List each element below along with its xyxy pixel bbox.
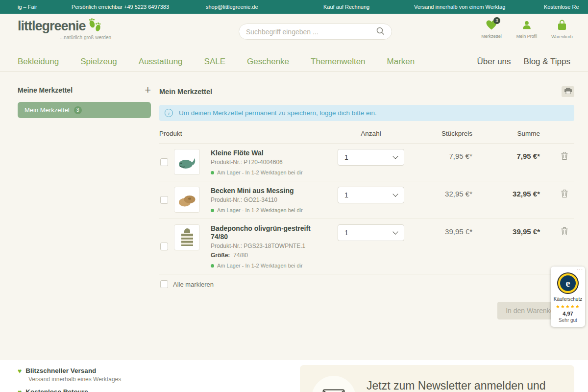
cart-icon — [557, 20, 567, 33]
total-price: 32,95 €* — [486, 187, 555, 198]
trust-badge-menu-icon[interactable]: ··· — [577, 267, 583, 272]
topbar-usp-3: Versand innerhalb von einem Werktag — [414, 0, 505, 14]
header: littlegreenie ...natürlich groß werden 3 — [0, 14, 588, 52]
product-image-poncho[interactable] — [174, 224, 200, 250]
nav-item-blog-tipps[interactable]: Blog & Tipps — [524, 57, 570, 67]
nav-categories: Bekleidung Spielzeug Ausstattung SALE Ge… — [18, 57, 415, 67]
total-price: 7,95 €* — [486, 149, 555, 160]
unit-price: 7,95 €* — [417, 149, 486, 160]
delete-item-button[interactable] — [555, 224, 574, 235]
product-sku: Produkt-Nr.: GO21-34110 — [211, 196, 324, 203]
main-nav: Bekleidung Spielzeug Ausstattung SALE Ge… — [0, 52, 588, 72]
quantity-select[interactable]: 1 — [338, 149, 404, 166]
product-name[interactable]: Badeponcho olivgrün-gestreift 74/80 — [211, 224, 324, 241]
sidebar-item-label: Mein Merkzettel — [24, 106, 70, 114]
row-checkbox[interactable] — [160, 243, 168, 250]
trash-icon — [561, 190, 568, 197]
content: Meine Merkzettel + Mein Merkzettel 3 Mei… — [0, 72, 588, 360]
usp-title: Kostenlose Retoure — [25, 388, 88, 392]
unit-price: 32,95 €* — [417, 187, 486, 198]
table-row: Becken Mini aus Messing Produkt-Nr.: GO2… — [159, 181, 574, 219]
nav-item-ausstattung[interactable]: Ausstattung — [139, 57, 183, 67]
trash-icon — [561, 152, 568, 160]
product-size: Größe: 74/80 — [211, 252, 324, 259]
wishlist-main: Mein Merkzettel i Um deinen Merkzettel p… — [159, 86, 574, 319]
product-image-brass-cymbal[interactable] — [174, 187, 200, 213]
search-icon[interactable] — [376, 26, 385, 37]
newsletter-banner[interactable]: Jetzt zum Newsletter anmelden und nichts… — [300, 365, 574, 392]
delete-item-button[interactable] — [555, 187, 574, 197]
search-box — [239, 24, 392, 40]
quantity-select[interactable]: 1 — [338, 224, 404, 241]
chevron-down-icon — [392, 229, 398, 234]
topbar-usp-4: Kostenlose Re — [544, 0, 579, 14]
printer-icon — [564, 87, 572, 96]
newsletter-headline: Jetzt zum Newsletter anmelden und nichts… — [367, 374, 563, 392]
envelope-icon — [312, 376, 356, 392]
table-row: Badeponcho olivgrün-gestreift 74/80 Prod… — [159, 219, 574, 274]
topbar-usp-1: ig – Fair — [18, 0, 37, 14]
row-checkbox[interactable] — [160, 196, 168, 204]
star-rating-icons: ★★★★★ — [553, 304, 583, 309]
row-checkbox[interactable] — [160, 158, 168, 166]
login-info-banner: i Um deinen Merkzettel permanent zu spei… — [159, 105, 574, 121]
wishlist-button[interactable]: 3 Merkzettel — [477, 20, 506, 39]
delete-item-button[interactable] — [555, 149, 574, 160]
add-wishlist-button[interactable]: + — [145, 86, 151, 94]
nav-item-bekleidung[interactable]: Bekleidung — [18, 57, 59, 67]
nav-item-themenwelten[interactable]: Themenwelten — [311, 57, 366, 67]
trusted-shops-badge[interactable]: ··· e Käuferschutz ★★★★★ 4,97 Sehr gut — [551, 267, 585, 327]
usp-title: Blitzschneller Versand — [25, 367, 96, 374]
quantity-value: 1 — [344, 229, 348, 237]
sidebar-title: Meine Merkzettel — [18, 86, 73, 94]
cart-button[interactable]: Warenkorb — [548, 20, 576, 39]
page-title: Mein Merkzettel — [159, 88, 212, 96]
footprints-icon — [88, 18, 102, 35]
quantity-value: 1 — [344, 191, 348, 199]
product-image-whale-flute[interactable] — [174, 149, 200, 175]
stock-status-text: Am Lager - In 1-2 Werktagen bei dir — [217, 207, 303, 213]
trusted-shops-logo-icon: e — [558, 273, 578, 293]
column-header-anzahl: Anzahl — [324, 130, 417, 137]
chevron-down-icon — [392, 153, 398, 159]
quantity-value: 1 — [344, 153, 348, 161]
trust-badge-label: Käuferschutz — [553, 296, 583, 302]
search-input[interactable] — [246, 28, 376, 36]
nav-item-geschenke[interactable]: Geschenke — [247, 57, 289, 67]
login-info-text: Um deinen Merkzettel permanent zu speich… — [179, 109, 377, 117]
nav-item-marken[interactable]: Marken — [387, 57, 415, 67]
topbar-phone: Persönlich erreichbar +49 5223 6497383 — [72, 0, 169, 14]
stock-status-dot — [211, 264, 214, 268]
sidebar-item-mein-merkzettel[interactable]: Mein Merkzettel 3 — [18, 102, 151, 118]
print-button[interactable] — [562, 86, 574, 97]
nav-secondary: Über uns Blog & Tipps — [477, 57, 570, 67]
topbar-email: shop@littlegreenie.de — [206, 0, 258, 14]
topbar-usp-2: Kauf auf Rechnung — [323, 0, 369, 14]
profile-label: Mein Profil — [516, 34, 538, 39]
nav-item-ueber-uns[interactable]: Über uns — [477, 57, 511, 67]
info-icon: i — [165, 109, 173, 117]
heart-icon: ♥ — [18, 389, 22, 392]
product-name[interactable]: Becken Mini aus Messing — [211, 187, 324, 195]
product-name[interactable]: Kleine Flöte Wal — [211, 149, 324, 157]
select-all-checkbox[interactable] — [160, 280, 168, 288]
trash-icon — [561, 227, 568, 235]
profile-button[interactable]: Mein Profil — [513, 20, 541, 39]
column-header-produkt: Produkt — [159, 130, 324, 137]
trust-rating-text: Sehr gut — [553, 318, 583, 323]
product-sku: Produkt-Nr.: PGS23-18TOWPNTE.1 — [211, 243, 324, 249]
stock-status-text: Am Lager - In 1-2 Werktagen bei dir — [217, 170, 303, 175]
header-actions: 3 Merkzettel Mein Profil Warenkorb — [477, 20, 576, 39]
logo-text: littlegreenie — [18, 19, 86, 33]
chevron-down-icon — [392, 191, 398, 196]
trust-rating-value: 4,97 — [553, 311, 583, 317]
table-row: Kleine Flöte Wal Produkt-Nr.: PT20-40046… — [159, 143, 574, 181]
nav-item-spielzeug[interactable]: Spielzeug — [80, 57, 117, 67]
quantity-select[interactable]: 1 — [338, 187, 404, 203]
table-header: Produkt Anzahl Stückpreis Summe — [159, 130, 574, 143]
total-price: 39,95 €* — [486, 224, 555, 236]
stock-status-text: Am Lager - In 1-2 Werktagen bei dir — [217, 263, 303, 269]
nav-item-sale[interactable]: SALE — [204, 57, 225, 67]
product-sku: Produkt-Nr.: PT20-4004606 — [211, 159, 324, 166]
logo[interactable]: littlegreenie ...natürlich groß werden — [18, 19, 111, 40]
